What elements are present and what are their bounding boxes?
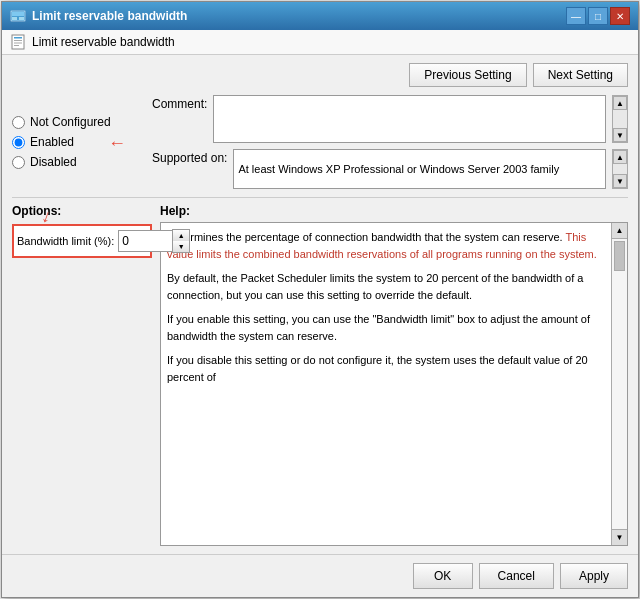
spin-buttons: ▲ ▼ <box>172 229 190 253</box>
comment-label: Comment: <box>152 95 207 111</box>
disabled-option[interactable]: Disabled <box>12 155 152 169</box>
subtitle-text: Limit reservable bandwidth <box>32 35 175 49</box>
disabled-radio[interactable] <box>12 156 25 169</box>
bottom-bar: OK Cancel Apply <box>2 554 638 597</box>
window-icon <box>10 8 26 24</box>
help-scrollbar: ▲ ▼ <box>611 223 627 545</box>
supported-row: Supported on: At least Windows XP Profes… <box>152 149 628 189</box>
help-text: Determines the percentage of connection … <box>161 223 611 545</box>
subtitle-bar: Limit reservable bandwidth <box>2 30 638 55</box>
help-scroll-up-button[interactable]: ▲ <box>612 223 627 239</box>
upper-section: Not Configured Enabled Disabled ← <box>12 95 628 189</box>
svg-rect-1 <box>12 12 24 16</box>
supported-text-box: At least Windows XP Professional or Wind… <box>233 149 606 189</box>
svg-rect-2 <box>12 17 17 20</box>
cancel-button[interactable]: Cancel <box>479 563 554 589</box>
window-title: Limit reservable bandwidth <box>32 9 566 23</box>
comment-textarea[interactable] <box>213 95 606 143</box>
svg-rect-7 <box>14 43 22 44</box>
policy-icon <box>10 34 26 50</box>
main-window: Limit reservable bandwidth — □ ✕ Limit r… <box>1 1 639 598</box>
options-title: Options: <box>12 204 152 218</box>
options-content: ↓ Bandwidth limit (%): ▲ ▼ <box>12 224 152 258</box>
supported-scrollbar: ▲ ▼ <box>612 149 628 189</box>
previous-setting-button[interactable]: Previous Setting <box>409 63 526 87</box>
help-panel: Help: Determines the percentage of conne… <box>160 204 628 546</box>
bandwidth-label: Bandwidth limit (%): <box>17 235 114 247</box>
supported-text: At least Windows XP Professional or Wind… <box>238 163 559 175</box>
not-configured-label: Not Configured <box>30 115 111 129</box>
minimize-button[interactable]: — <box>566 7 586 25</box>
enabled-option[interactable]: Enabled <box>12 135 152 149</box>
scroll-down-arrow[interactable]: ▼ <box>613 128 627 142</box>
supported-scroll-up[interactable]: ▲ <box>613 150 627 164</box>
help-scroll-thumb[interactable] <box>614 241 625 271</box>
disabled-label: Disabled <box>30 155 77 169</box>
bandwidth-input[interactable] <box>118 230 173 252</box>
supported-scroll-down[interactable]: ▼ <box>613 174 627 188</box>
title-bar: Limit reservable bandwidth — □ ✕ <box>2 2 638 30</box>
svg-rect-3 <box>19 17 24 20</box>
close-button[interactable]: ✕ <box>610 7 630 25</box>
enabled-label: Enabled <box>30 135 74 149</box>
main-area: Not Configured Enabled Disabled ← <box>12 95 628 546</box>
not-configured-option[interactable]: Not Configured <box>12 115 152 129</box>
spin-up-button[interactable]: ▲ <box>173 230 189 241</box>
navigation-bar: Previous Setting Next Setting <box>12 63 628 87</box>
bandwidth-input-wrap: ▲ ▼ <box>118 229 190 253</box>
svg-rect-8 <box>14 45 19 46</box>
comment-row: Comment: ▲ ▼ <box>152 95 628 143</box>
spin-down-button[interactable]: ▼ <box>173 241 189 252</box>
window-controls: — □ ✕ <box>566 7 630 25</box>
content-area: Previous Setting Next Setting Not Config… <box>2 55 638 554</box>
lower-section: Options: ↓ Bandwidth limit (%): ▲ ▼ <box>12 197 628 546</box>
ok-button[interactable]: OK <box>413 563 473 589</box>
apply-button[interactable]: Apply <box>560 563 628 589</box>
supported-label: Supported on: <box>152 149 227 165</box>
radio-group: Not Configured Enabled Disabled <box>12 95 152 189</box>
next-setting-button[interactable]: Next Setting <box>533 63 628 87</box>
help-content-wrap: Determines the percentage of connection … <box>160 222 628 546</box>
svg-rect-5 <box>14 37 22 39</box>
not-configured-radio[interactable] <box>12 116 25 129</box>
maximize-button[interactable]: □ <box>588 7 608 25</box>
help-scroll-track <box>612 239 627 529</box>
help-title: Help: <box>160 204 628 218</box>
help-scroll-down-button[interactable]: ▼ <box>612 529 627 545</box>
right-section: Comment: ▲ ▼ Supported on: At least Wind… <box>152 95 628 189</box>
bandwidth-row: Bandwidth limit (%): ▲ ▼ <box>12 224 152 258</box>
enabled-radio[interactable] <box>12 136 25 149</box>
options-panel: Options: ↓ Bandwidth limit (%): ▲ ▼ <box>12 204 152 546</box>
scroll-up-arrow[interactable]: ▲ <box>613 96 627 110</box>
svg-rect-6 <box>14 40 22 41</box>
comment-scrollbar: ▲ ▼ <box>612 95 628 143</box>
